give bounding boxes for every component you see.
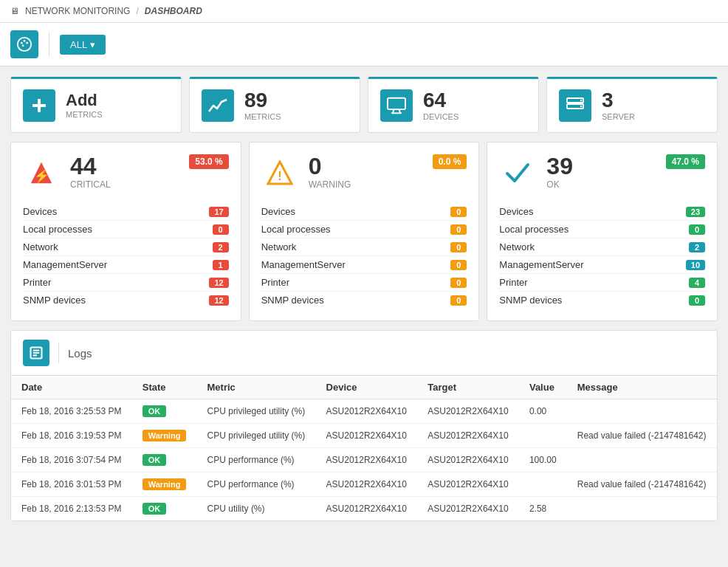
cell-target: ASU2012R2X64X10 xyxy=(417,497,519,521)
list-item[interactable]: ManagementServer1 xyxy=(23,256,229,274)
list-item[interactable]: Printer12 xyxy=(23,274,229,292)
cell-target: ASU2012R2X64X10 xyxy=(417,399,519,424)
metrics-label: METRICS xyxy=(244,112,281,121)
list-item[interactable]: Local processes0 xyxy=(499,221,705,238)
add-card-info: Add METRICS xyxy=(66,92,103,119)
state-badge: OK xyxy=(142,454,167,466)
table-row[interactable]: Feb 18, 2016 2:13:53 PM OK CPU utility (… xyxy=(11,497,717,521)
list-item[interactable]: Network2 xyxy=(499,238,705,256)
cell-state: OK xyxy=(132,497,197,521)
top-header: 🖥 NETWORK MONITORING / DASHBOARD xyxy=(0,0,728,23)
ok-count: 39 xyxy=(546,154,655,178)
table-row[interactable]: Feb 18, 2016 3:07:54 PM OK CPU performan… xyxy=(11,448,717,472)
state-badge: Warning xyxy=(142,478,187,490)
list-item[interactable]: Network2 xyxy=(23,238,229,256)
list-item[interactable]: SNMP devices0 xyxy=(499,292,705,309)
status-card-warning: ! 0 WARNING 0.0 % Devices0 Local process… xyxy=(249,142,480,321)
item-count: 0 xyxy=(689,224,705,235)
metrics-count: 89 xyxy=(244,90,281,111)
list-item[interactable]: Devices23 xyxy=(499,203,705,221)
cell-date: Feb 18, 2016 3:01:53 PM xyxy=(11,472,132,497)
summary-row: Add METRICS 89 METRICS xyxy=(10,77,718,133)
svg-point-2 xyxy=(24,40,26,42)
item-label: Network xyxy=(261,241,297,252)
list-item[interactable]: Local processes0 xyxy=(23,221,229,238)
list-item[interactable]: Devices17 xyxy=(23,203,229,221)
list-item[interactable]: ManagementServer0 xyxy=(261,256,467,274)
warning-numbers: 0 WARNING xyxy=(309,154,422,190)
list-item[interactable]: Printer4 xyxy=(499,274,705,292)
warning-label: WARNING xyxy=(309,179,422,190)
summary-card-devices[interactable]: 64 DEVICES xyxy=(368,77,539,133)
list-item[interactable]: SNMP devices0 xyxy=(261,292,467,309)
item-label: SNMP devices xyxy=(499,295,562,306)
logs-section: Logs Date State Metric Device Target Val… xyxy=(10,330,718,521)
logs-header: Logs xyxy=(11,331,717,376)
logs-icon xyxy=(23,340,49,366)
logs-divider xyxy=(58,343,59,363)
table-header-row: Date State Metric Device Target Value Me… xyxy=(11,376,717,399)
item-count: 4 xyxy=(689,278,705,288)
item-label: Local processes xyxy=(261,224,331,235)
server-card-icon xyxy=(559,89,591,122)
list-item[interactable]: Network0 xyxy=(261,238,467,256)
col-value: Value xyxy=(519,376,567,399)
item-label: Printer xyxy=(261,277,289,288)
cell-message: Read value failed (-2147481642) xyxy=(567,472,717,497)
server-count: 3 xyxy=(602,90,635,111)
all-button[interactable]: ALL ▾ xyxy=(60,35,106,55)
item-count: 0 xyxy=(213,224,229,235)
cell-value: 2.58 xyxy=(519,497,567,521)
cell-metric: CPU utility (%) xyxy=(197,497,316,521)
table-row[interactable]: Feb 18, 2016 3:01:53 PM Warning CPU perf… xyxy=(11,472,717,497)
breadcrumb-sep: / xyxy=(136,6,138,16)
cell-date: Feb 18, 2016 3:07:54 PM xyxy=(11,448,132,472)
svg-point-14 xyxy=(580,106,582,107)
table-row[interactable]: Feb 18, 2016 3:19:53 PM Warning CPU priv… xyxy=(11,424,717,448)
add-card-label: METRICS xyxy=(66,110,103,119)
cell-state: Warning xyxy=(132,472,197,497)
app-name: NETWORK MONITORING xyxy=(25,6,130,16)
cell-device: ASU2012R2X64X10 xyxy=(316,497,418,521)
cell-target: ASU2012R2X64X10 xyxy=(417,448,519,472)
cell-device: ASU2012R2X64X10 xyxy=(316,448,418,472)
metrics-card-icon xyxy=(202,89,234,122)
cell-metric: CPU performance (%) xyxy=(197,472,316,497)
item-label: Local processes xyxy=(499,224,569,235)
list-item[interactable]: ManagementServer10 xyxy=(499,256,705,274)
list-item[interactable]: Printer0 xyxy=(261,274,467,292)
toolbar: ALL ▾ xyxy=(0,23,728,66)
item-label: Devices xyxy=(23,206,57,217)
item-count: 1 xyxy=(213,260,229,270)
cell-metric: CPU privileged utility (%) xyxy=(197,399,316,424)
devices-label: DEVICES xyxy=(423,112,459,121)
item-label: Local processes xyxy=(23,224,92,235)
devices-card-info: 64 DEVICES xyxy=(423,90,459,121)
item-label: Printer xyxy=(499,277,527,288)
cell-value: 100.00 xyxy=(519,448,567,472)
state-badge: Warning xyxy=(142,430,187,441)
cell-value xyxy=(519,424,567,448)
table-row[interactable]: Feb 18, 2016 3:25:53 PM OK CPU privilege… xyxy=(11,399,717,424)
svg-point-3 xyxy=(26,42,28,44)
item-count: 12 xyxy=(209,278,228,288)
list-item[interactable]: SNMP devices12 xyxy=(23,292,229,309)
critical-count: 44 xyxy=(70,154,179,178)
list-item[interactable]: Local processes0 xyxy=(261,221,467,238)
main-content: Add METRICS 89 METRICS xyxy=(0,66,728,532)
summary-card-add[interactable]: Add METRICS xyxy=(10,77,182,133)
list-item[interactable]: Devices0 xyxy=(261,203,467,221)
summary-card-server[interactable]: 3 SERVER xyxy=(546,77,718,133)
col-date: Date xyxy=(11,376,132,399)
summary-card-metrics[interactable]: 89 METRICS xyxy=(189,77,360,133)
col-target: Target xyxy=(417,376,519,399)
item-count: 2 xyxy=(689,242,705,252)
cell-value: 0.00 xyxy=(519,399,567,424)
logs-body: Feb 18, 2016 3:25:53 PM OK CPU privilege… xyxy=(11,399,717,521)
svg-point-4 xyxy=(22,44,24,47)
breadcrumb-current: DASHBOARD xyxy=(145,6,202,16)
critical-pct-badge: 53.0 % xyxy=(189,154,228,169)
dropdown-arrow-icon: ▾ xyxy=(90,39,95,50)
ok-list: Devices23 Local processes0 Network2 Mana… xyxy=(499,203,705,309)
cell-metric: CPU performance (%) xyxy=(197,448,316,472)
